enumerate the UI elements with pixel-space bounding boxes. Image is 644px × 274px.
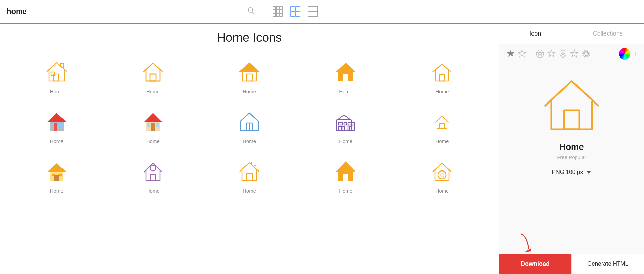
detail-icon-tags: Free Popular xyxy=(557,154,586,160)
svg-marker-68 xyxy=(518,50,526,57)
tab-collections[interactable]: Collections xyxy=(572,24,644,44)
svg-rect-39 xyxy=(339,122,343,125)
home-icon-14 xyxy=(332,158,359,185)
grid-medium-button[interactable] xyxy=(288,4,302,19)
svg-rect-10 xyxy=(280,14,282,16)
home-icon-7 xyxy=(140,108,167,135)
svg-rect-20 xyxy=(150,74,156,81)
svg-line-1 xyxy=(252,12,255,14)
svg-rect-24 xyxy=(439,75,445,81)
svg-rect-23 xyxy=(343,74,348,81)
list-item[interactable]: Home xyxy=(106,55,199,98)
detail-icon-name: Home xyxy=(559,142,584,152)
style-outline-star[interactable] xyxy=(517,49,527,59)
icon-label: Home xyxy=(435,89,449,94)
list-item[interactable]: Home xyxy=(396,105,489,147)
icon-label: Home xyxy=(243,138,256,144)
grid-large-button[interactable] xyxy=(306,4,320,19)
color-wheel-button[interactable] xyxy=(619,48,630,60)
home-icon-1 xyxy=(43,58,70,85)
list-item[interactable]: Home xyxy=(299,154,392,197)
svg-line-55 xyxy=(254,165,256,166)
icon-label: Home xyxy=(339,138,352,144)
list-item[interactable]: Home xyxy=(299,105,392,147)
list-item[interactable]: Home xyxy=(396,55,489,98)
svg-rect-52 xyxy=(150,174,156,180)
svg-line-63 xyxy=(441,174,441,174)
generate-html-button[interactable]: Generate HTML xyxy=(571,254,644,274)
list-item[interactable]: Home xyxy=(10,55,103,98)
icon-label: Home xyxy=(339,89,352,94)
icon-label: Home xyxy=(243,188,256,194)
list-item[interactable]: Home xyxy=(203,105,296,147)
icon-label: Home xyxy=(146,138,160,144)
home-icon-11 xyxy=(43,158,70,185)
svg-rect-14 xyxy=(296,12,300,16)
home-icon-12 xyxy=(140,158,167,185)
list-item[interactable]: Home xyxy=(10,154,103,197)
list-item[interactable]: Home xyxy=(106,105,199,147)
icon-label: Home xyxy=(435,188,449,194)
svg-rect-8 xyxy=(273,14,276,16)
icon-label: Home xyxy=(50,188,64,194)
svg-rect-28 xyxy=(58,124,63,127)
page-title: Home Icons xyxy=(10,30,489,45)
svg-rect-41 xyxy=(339,127,341,131)
svg-line-65 xyxy=(441,176,441,176)
list-item[interactable]: Home xyxy=(203,154,296,197)
svg-rect-31 xyxy=(151,123,155,131)
svg-rect-13 xyxy=(291,12,295,16)
svg-marker-72 xyxy=(561,52,565,55)
list-item[interactable]: Home xyxy=(106,154,199,197)
svg-marker-73 xyxy=(571,50,578,57)
style-fancy-star[interactable] xyxy=(570,49,579,59)
top-bar xyxy=(0,0,644,24)
svg-rect-2 xyxy=(273,7,276,9)
list-item[interactable]: Home xyxy=(299,55,392,98)
svg-rect-6 xyxy=(276,10,279,13)
main-layout: Home Icons Home xyxy=(0,24,644,274)
style-explode-star[interactable] xyxy=(581,49,591,59)
svg-rect-53 xyxy=(246,174,252,180)
home-icon-15 xyxy=(428,158,455,185)
search-input[interactable] xyxy=(7,7,245,16)
svg-rect-4 xyxy=(280,7,282,9)
list-item[interactable]: Home xyxy=(203,55,296,98)
svg-rect-3 xyxy=(276,7,279,9)
home-icon-3 xyxy=(236,58,263,85)
grid-small-button[interactable] xyxy=(271,4,285,19)
arrow-icon xyxy=(515,232,538,255)
svg-marker-74 xyxy=(582,50,590,58)
icon-detail: Home Free Popular PNG 100 px xyxy=(499,64,644,254)
svg-rect-42 xyxy=(342,127,345,131)
right-panel: Icon Collections xyxy=(499,24,644,274)
svg-marker-70 xyxy=(538,51,542,55)
tab-icon[interactable]: Icon xyxy=(499,24,572,44)
list-item[interactable]: Home xyxy=(396,154,489,197)
svg-point-58 xyxy=(438,171,446,179)
format-selector[interactable]: PNG 100 px xyxy=(552,169,591,176)
svg-rect-12 xyxy=(296,7,300,11)
list-item[interactable]: Home xyxy=(10,105,103,147)
svg-line-66 xyxy=(443,174,444,174)
download-button[interactable]: Download xyxy=(499,254,571,274)
style-circle-star[interactable] xyxy=(535,49,545,59)
style-plain-star[interactable] xyxy=(547,49,556,59)
svg-rect-27 xyxy=(54,123,57,131)
svg-marker-30 xyxy=(144,113,162,122)
icon-label: Home xyxy=(243,89,256,94)
svg-marker-76 xyxy=(587,171,591,174)
home-icon-8 xyxy=(236,108,263,135)
search-button[interactable] xyxy=(245,5,257,18)
star-divider xyxy=(531,50,531,58)
download-arrow-indicator xyxy=(514,232,538,258)
icon-label: Home xyxy=(339,188,352,194)
svg-rect-7 xyxy=(280,10,282,13)
style-shield-star[interactable] xyxy=(558,49,568,59)
svg-rect-21 xyxy=(246,74,252,81)
search-area xyxy=(0,0,264,23)
style-filled-star[interactable] xyxy=(506,49,515,59)
icon-label: Home xyxy=(146,89,160,94)
chevron-down-icon xyxy=(586,169,591,175)
svg-rect-40 xyxy=(344,122,347,125)
